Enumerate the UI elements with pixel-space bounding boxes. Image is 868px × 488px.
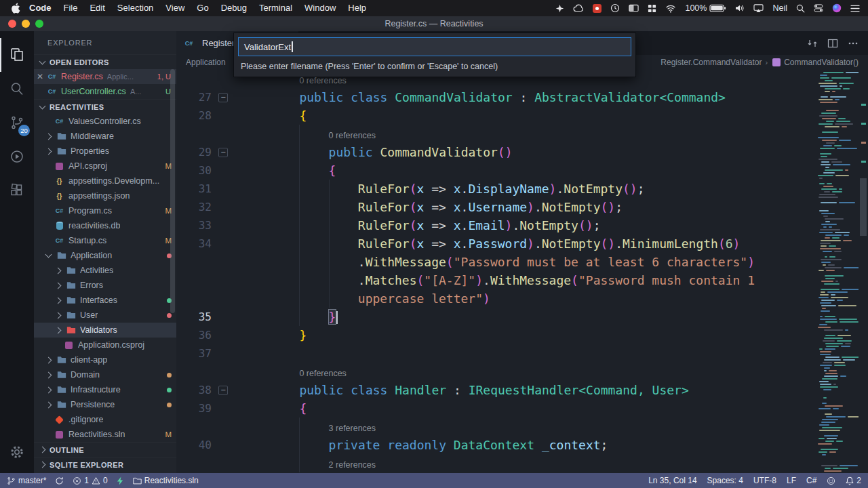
fold-icon[interactable]: − [218, 93, 228, 102]
user-name[interactable]: Neil [772, 3, 787, 13]
source-control-icon[interactable]: 20 [0, 106, 34, 140]
problems-item[interactable]: 1 0 [73, 476, 107, 485]
fold-icon[interactable]: − [218, 148, 228, 157]
cloud-icon[interactable] [573, 4, 584, 12]
red-app-icon[interactable] [593, 4, 601, 13]
tree-item-application[interactable]: Application [34, 248, 176, 263]
scrollbar-thumb[interactable] [860, 178, 867, 236]
tree-item-errors[interactable]: Errors [34, 278, 176, 293]
tree-item-user[interactable]: User [34, 308, 176, 323]
breadcrumb-left[interactable]: Application [186, 58, 226, 67]
close-window-button[interactable] [8, 20, 16, 28]
split-editor-icon[interactable] [827, 38, 838, 49]
tree-item-application-csproj[interactable]: Application.csproj [34, 338, 176, 352]
open-editor-item[interactable]: C#UserController.csA...U [34, 84, 176, 99]
tree-item-properties[interactable]: Properties [34, 144, 176, 159]
tree-item-reactivities-db[interactable]: reactivities.db [34, 218, 176, 233]
notifications-item[interactable]: 2 [846, 476, 861, 485]
feedback-smiley-icon[interactable] [827, 476, 835, 485]
codelens-references[interactable]: 3 references [241, 420, 376, 436]
menu-list-icon[interactable] [850, 5, 860, 12]
tree-item--gitignore[interactable]: .gitignore [34, 412, 176, 427]
debug-icon[interactable] [0, 140, 34, 174]
window-manager-icon[interactable] [629, 4, 639, 12]
explorer-icon[interactable] [0, 38, 34, 72]
encoding-item[interactable]: UTF-8 [753, 476, 776, 485]
sync-changes-item[interactable] [55, 476, 64, 485]
siri-icon[interactable] [832, 3, 842, 13]
maximize-window-button[interactable] [35, 20, 43, 28]
menu-view[interactable]: View [159, 0, 191, 16]
open-changes-icon[interactable] [807, 38, 818, 49]
sidebar-scrollbar[interactable] [170, 69, 175, 313]
breadcrumb-symbol[interactable]: CommandValidator() [784, 58, 859, 67]
search-icon[interactable] [796, 4, 805, 13]
outline-section-header[interactable]: OUTLINE [34, 442, 176, 457]
wifi-icon[interactable] [665, 4, 676, 13]
indent-guide [299, 125, 300, 143]
tree-item-valuescontroller-cs[interactable]: C#ValuesController.cs [34, 114, 176, 129]
indent-guide [299, 418, 300, 436]
tree-item-activities[interactable]: Activities [34, 263, 176, 278]
menu-code[interactable]: Code [23, 0, 58, 16]
breadcrumb-type[interactable]: Register.CommandValidator [660, 58, 762, 67]
tree-item-persistence[interactable]: Persistence [34, 397, 176, 412]
codelens-references[interactable]: 2 references [241, 456, 376, 472]
volume-icon[interactable] [735, 4, 745, 12]
close-icon[interactable]: ✕ [34, 72, 46, 81]
minimap[interactable] [816, 70, 859, 473]
menu-debug[interactable]: Debug [215, 0, 253, 16]
search-icon[interactable] [0, 72, 34, 106]
settings-gear-icon[interactable] [0, 435, 34, 469]
project-section-header[interactable]: REACTIVITIES [34, 99, 176, 114]
tree-item-infrastructure[interactable]: Infrastructure [34, 382, 176, 397]
open-editor-item[interactable]: ✕C#Register.csApplic...1, U [34, 69, 176, 84]
indentation-item[interactable]: Spaces: 4 [707, 476, 743, 485]
tree-item-api-csproj[interactable]: API.csprojM [34, 159, 176, 174]
code-editor[interactable]: 0 references27−public class CommandValid… [176, 70, 816, 473]
language-mode-item[interactable]: C# [806, 476, 816, 485]
tree-item-middleware[interactable]: Middleware [34, 129, 176, 144]
editor-scrollbar[interactable] [859, 70, 868, 473]
tree-item-appsettings-developm-[interactable]: {}appsettings.Developm... [34, 174, 176, 188]
solution-item[interactable]: Reactivities.sln [133, 476, 199, 485]
open-editors-header[interactable]: OPEN EDITORS [34, 54, 176, 69]
codelens-references[interactable]: 0 references [241, 127, 376, 143]
apple-menu-icon[interactable] [8, 3, 23, 14]
tree-item-appsettings-json[interactable]: {}appsettings.json [34, 188, 176, 203]
git-branch-item[interactable]: master* [7, 476, 46, 485]
sqlite-section-header[interactable]: SQLITE EXPLORER [34, 457, 176, 472]
airplay-icon[interactable] [753, 4, 764, 13]
menu-help[interactable]: Help [342, 0, 372, 16]
control-center-icon[interactable] [814, 4, 823, 12]
sparkle-icon[interactable] [555, 4, 564, 13]
code-row: 31RuleFor(x => x.DisplayName).NotEmpty()… [176, 180, 816, 198]
menu-selection[interactable]: Selection [111, 0, 159, 16]
menu-go[interactable]: Go [191, 0, 214, 16]
tree-item-client-app[interactable]: client-app [34, 352, 176, 367]
codelens-references[interactable]: 0 references [241, 365, 347, 381]
tree-item-reactivities-sln[interactable]: Reactivities.slnM [34, 427, 176, 442]
menu-window[interactable]: Window [298, 0, 342, 16]
codelens-row: 3 references [176, 418, 816, 436]
tree-item-program-cs[interactable]: C#Program.csM [34, 203, 176, 218]
eol-item[interactable]: LF [787, 476, 796, 485]
tree-item-validators[interactable]: Validators [34, 323, 176, 338]
cursor-position-item[interactable]: Ln 35, Col 14 [648, 476, 696, 485]
tree-item-domain[interactable]: Domain [34, 367, 176, 382]
battery-status[interactable]: 100% [685, 3, 726, 13]
fold-icon[interactable]: − [218, 386, 228, 395]
tree-item-interfaces[interactable]: Interfaces [34, 293, 176, 308]
menu-file[interactable]: File [58, 0, 84, 16]
grid-icon[interactable] [648, 4, 656, 13]
extensions-icon[interactable] [0, 174, 34, 207]
menu-terminal[interactable]: Terminal [253, 0, 298, 16]
minimize-window-button[interactable] [22, 20, 30, 28]
clock-icon[interactable] [610, 3, 620, 13]
tree-item-startup-cs[interactable]: C#Startup.csM [34, 233, 176, 248]
menu-edit[interactable]: Edit [83, 0, 111, 16]
filename-input[interactable]: ValidatorExt [238, 37, 631, 56]
more-actions-icon[interactable] [848, 38, 859, 49]
live-status-icon[interactable] [117, 476, 124, 485]
branch-icon [7, 476, 16, 485]
